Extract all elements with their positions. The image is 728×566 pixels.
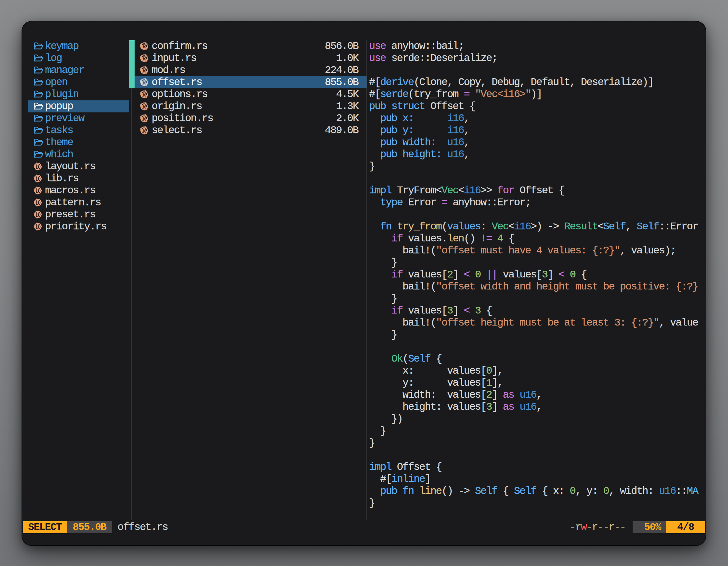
svg-text:R: R [142,116,146,122]
svg-text:R: R [142,104,146,110]
svg-text:R: R [142,55,146,62]
svg-text:R: R [142,128,146,134]
svg-text:R: R [36,224,40,230]
svg-text:R: R [142,67,146,74]
svg-text:R: R [142,43,146,50]
svg-text:R: R [142,91,146,98]
svg-text:R: R [36,200,40,206]
svg-text:R: R [36,188,40,194]
svg-text:R: R [142,79,146,86]
svg-text:R: R [36,212,40,218]
svg-text:R: R [36,164,40,170]
svg-text:R: R [36,176,40,182]
